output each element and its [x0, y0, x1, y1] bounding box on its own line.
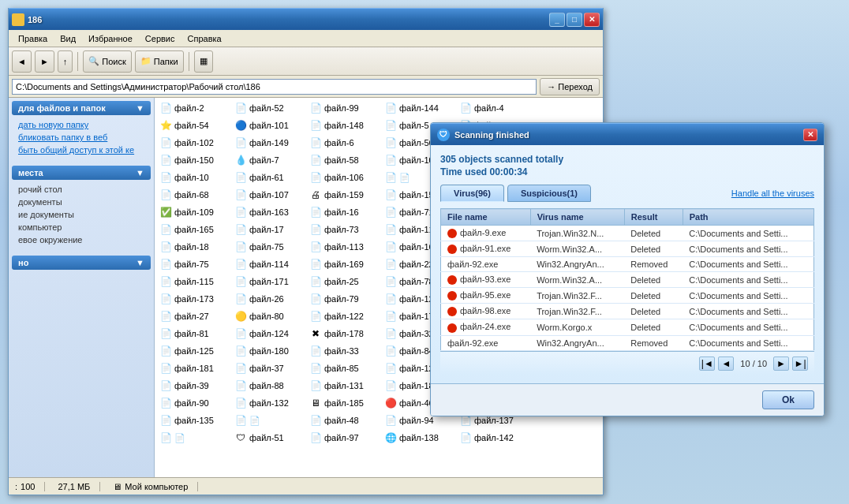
list-item[interactable]: 📄файл-171 [231, 273, 306, 290]
list-item[interactable]: 📄файл-52 [231, 99, 306, 117]
list-item[interactable]: ⭐файл-54 [156, 117, 231, 134]
list-item[interactable]: 📄файл-115 [156, 273, 231, 290]
sidebar-section-files-header[interactable]: для файлов и папок ▼ [12, 101, 151, 115]
list-item[interactable]: 📄файл-163 [231, 203, 306, 221]
list-item[interactable]: 📄файл-122 [306, 308, 381, 325]
menu-help[interactable]: Справка [181, 32, 228, 45]
list-item[interactable]: 📄файл-18 [156, 238, 231, 256]
tab-virus[interactable]: Virus(96) [440, 185, 504, 202]
list-item[interactable]: 📄файл-88 [231, 377, 306, 394]
list-item[interactable]: 📄файл-149 [231, 134, 306, 151]
list-item[interactable]: 📄файл-165 [156, 221, 231, 238]
table-row[interactable]: файл-92.exe Win32.AngryAn... Removed C:\… [441, 257, 814, 272]
list-item[interactable]: 📄файл-26 [231, 290, 306, 308]
list-item[interactable]: 📄файл-75 [156, 256, 231, 273]
list-item[interactable]: 📄файл-90 [156, 394, 231, 412]
sidebar-section-other-header[interactable]: но ▼ [12, 256, 151, 270]
list-item[interactable]: 📄файл-144 [381, 99, 456, 117]
list-item[interactable]: 📄файл-99 [306, 99, 381, 117]
sidebar-shared-docs[interactable]: ие документы [18, 208, 144, 221]
sidebar-computer[interactable]: компьютер [18, 221, 144, 233]
list-item[interactable]: 📄📄 [156, 429, 231, 446]
next-page-button[interactable]: ► [773, 357, 789, 371]
search-button[interactable]: 🔍 Поиск [83, 50, 131, 73]
ok-button[interactable]: Ok [762, 390, 814, 409]
list-item[interactable]: 📄файл-106 [306, 169, 381, 186]
list-item[interactable]: 📄файл-39 [156, 377, 231, 394]
list-item[interactable]: 📄файл-113 [306, 238, 381, 256]
list-item[interactable]: 📄файл-150 [156, 151, 231, 169]
list-item[interactable]: 📄файл-68 [156, 186, 231, 203]
sidebar-link-publish[interactable]: бликовать папку в веб [18, 131, 144, 144]
list-item[interactable]: 📄файл-85 [306, 360, 381, 377]
sidebar-documents[interactable]: документы [18, 196, 144, 208]
list-item[interactable]: 📄файл-4 [456, 99, 531, 117]
menu-favorites[interactable]: Избранное [82, 32, 139, 45]
list-item[interactable]: 📄файл-10 [156, 169, 231, 186]
view-button[interactable]: ▦ [194, 50, 213, 73]
list-item[interactable]: 📄файл-97 [306, 429, 381, 446]
table-row[interactable]: файл-9.exe Trojan.Win32.N... Deleted C:\… [441, 226, 814, 241]
list-item[interactable]: 📄файл-169 [306, 256, 381, 273]
list-item[interactable]: 📄файл-131 [306, 377, 381, 394]
list-item[interactable]: 🔵файл-101 [231, 117, 306, 134]
list-item[interactable]: 📄файл-102 [156, 134, 231, 151]
list-item[interactable]: 🌐файл-138 [381, 429, 456, 446]
list-item[interactable]: 📄файл-16 [306, 203, 381, 221]
minimize-button[interactable]: _ [549, 13, 565, 27]
tab-suspicious[interactable]: Suspicious(1) [507, 185, 591, 202]
table-row[interactable]: файл-91.exe Worm.Win32.A... Deleted C:\D… [441, 241, 814, 257]
table-row[interactable]: файл-93.exe Worm.Win32.A... Deleted C:\D… [441, 272, 814, 288]
up-button[interactable]: ↑ [58, 50, 73, 73]
list-item[interactable]: 📄файл-180 [231, 342, 306, 360]
maximize-button[interactable]: □ [567, 13, 582, 27]
list-item[interactable]: 📄файл-25 [306, 273, 381, 290]
list-item[interactable]: 📄файл-48 [306, 412, 381, 429]
list-item[interactable]: 🟡файл-80 [231, 308, 306, 325]
list-item[interactable]: 📄файл-75 [231, 238, 306, 256]
list-item[interactable]: 📄файл-27 [156, 308, 231, 325]
folders-button[interactable]: 📁 Папки [135, 50, 184, 73]
list-item[interactable]: 📄файл-81 [156, 325, 231, 342]
prev-page-button[interactable]: ◄ [718, 357, 734, 371]
sidebar-network[interactable]: евое окружение [18, 233, 144, 246]
dialog-close-button[interactable]: ✕ [803, 129, 817, 141]
window-close-button[interactable]: ✕ [584, 13, 600, 27]
list-item[interactable]: 📄файл-173 [156, 290, 231, 308]
menu-vid[interactable]: Вид [54, 32, 82, 45]
list-item[interactable]: 💧файл-7 [231, 151, 306, 169]
list-item[interactable]: 📄файл-2 [156, 99, 231, 117]
sidebar-desktop[interactable]: рочий стол [18, 183, 144, 196]
list-item[interactable]: 📄файл-114 [231, 256, 306, 273]
list-item[interactable]: 🖨файл-159 [306, 186, 381, 203]
list-item[interactable]: 📄файл-181 [156, 360, 231, 377]
menu-pravka[interactable]: Правка [12, 32, 54, 45]
table-row[interactable]: файл-92.exe Win32.AngryAn... Removed C:\… [441, 335, 814, 350]
menu-service[interactable]: Сервис [139, 32, 181, 45]
list-item[interactable]: 📄файл-135 [156, 412, 231, 429]
sidebar-section-places-header[interactable]: места ▼ [12, 166, 151, 180]
list-item[interactable]: 📄файл-125 [156, 342, 231, 360]
table-row[interactable]: файл-98.exe Trojan.Win32.F... Deleted C:… [441, 304, 814, 319]
list-item[interactable]: 📄📄 [231, 412, 306, 429]
list-item[interactable]: 📄файл-132 [231, 394, 306, 412]
list-item[interactable]: 📄файл-107 [231, 186, 306, 203]
list-item[interactable]: ✅файл-109 [156, 203, 231, 221]
list-item[interactable]: 📄файл-17 [231, 221, 306, 238]
list-item[interactable]: 📄файл-79 [306, 290, 381, 308]
forward-button[interactable]: ► [35, 50, 54, 73]
go-button[interactable]: → Переход [540, 78, 600, 95]
list-item[interactable]: ✖файл-178 [306, 325, 381, 342]
back-button[interactable]: ◄ [12, 50, 32, 73]
handle-viruses-link[interactable]: Handle all the viruses [731, 189, 814, 198]
list-item[interactable]: 📄файл-142 [456, 429, 531, 446]
list-item[interactable]: 📄файл-61 [231, 169, 306, 186]
list-item[interactable]: 📄файл-58 [306, 151, 381, 169]
sidebar-link-share[interactable]: быть общий доступ к этой ке [18, 144, 144, 156]
list-item[interactable]: 📄файл-73 [306, 221, 381, 238]
list-item[interactable]: 📄файл-6 [306, 134, 381, 151]
table-row[interactable]: файл-24.exe Worm.Korgo.x Deleted C:\Docu… [441, 319, 814, 335]
list-item[interactable]: 📄файл-37 [231, 360, 306, 377]
last-page-button[interactable]: ►| [792, 357, 808, 371]
address-input[interactable] [12, 79, 537, 95]
